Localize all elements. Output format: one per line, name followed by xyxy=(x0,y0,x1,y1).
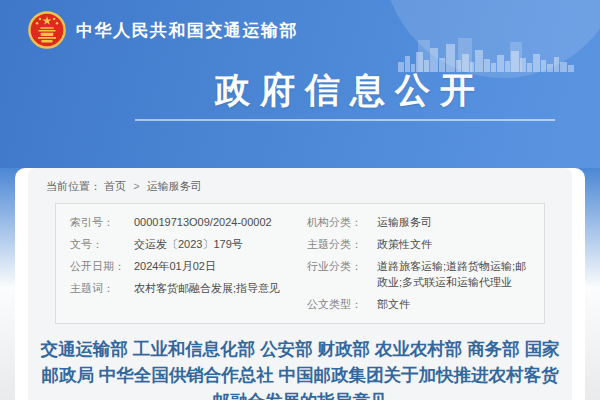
field-label: 主题词： xyxy=(70,281,134,297)
national-emblem-icon xyxy=(28,11,66,49)
city-skyline-graphic xyxy=(398,38,578,72)
metadata-left-column: 索引号： 000019713O09/2024-00002 文号： 交运发〔202… xyxy=(56,212,293,316)
field-label: 索引号： xyxy=(70,215,134,231)
banner-underline xyxy=(135,119,555,121)
breadcrumb-home-link[interactable]: 首页 xyxy=(104,180,126,192)
metadata-row-doc-type: 公文类型： 部文件 xyxy=(293,294,544,316)
metadata-row-topic-category: 主题分类： 政策性文件 xyxy=(293,234,544,256)
field-label: 主题分类： xyxy=(307,237,377,253)
field-value: 000019713O09/2024-00002 xyxy=(134,215,293,231)
field-value: 交运发〔2023〕179号 xyxy=(134,237,293,253)
field-label: 文号： xyxy=(70,237,134,253)
field-value: 政策性文件 xyxy=(377,237,544,253)
field-value: 部文件 xyxy=(377,297,544,313)
content-sheet: 当前位置： 首页 > 运输服务司 索引号： 000019713O09/2024-… xyxy=(15,168,585,400)
metadata-right-column: 机构分类： 运输服务司 主题分类： 政策性文件 行业分类： 道路旅客运输;道路货… xyxy=(293,212,544,316)
metadata-row-doc-number: 文号： 交运发〔2023〕179号 xyxy=(56,234,293,256)
article-title: 交通运输部 工业和信息化部 公安部 财政部 农业农村部 商务部 国家邮政局 中华… xyxy=(38,336,562,400)
metadata-row-index-number: 索引号： 000019713O09/2024-00002 xyxy=(56,212,293,234)
top-banner: 中华人民共和国交通运输部 政府信息公开 xyxy=(0,0,600,168)
content-panel: 当前位置： 首页 > 运输服务司 索引号： 000019713O09/2024-… xyxy=(28,168,572,400)
field-label: 公文类型： xyxy=(307,297,377,313)
metadata-row-industry-category: 行业分类： 道路旅客运输;道路货物运输;邮政业;多式联运和运输代理业 xyxy=(293,256,544,294)
metadata-row-keywords: 主题词： 农村客货邮融合发展;指导意见 xyxy=(56,278,293,300)
field-label: 行业分类： xyxy=(307,259,377,291)
breadcrumb-separator: > xyxy=(133,180,139,192)
metadata-row-agency-category: 机构分类： 运输服务司 xyxy=(293,212,544,234)
field-value: 运输服务司 xyxy=(377,215,544,231)
document-metadata-table: 索引号： 000019713O09/2024-00002 文号： 交运发〔202… xyxy=(55,203,545,324)
field-value: 道路旅客运输;道路货物运输;邮政业;多式联运和运输代理业 xyxy=(377,259,544,291)
breadcrumb: 当前位置： 首页 > 运输服务司 xyxy=(28,168,572,203)
field-value: 农村客货邮融合发展;指导意见 xyxy=(134,281,293,297)
banner-title-block: 政府信息公开 xyxy=(135,70,555,121)
breadcrumb-prefix: 当前位置： xyxy=(46,180,101,192)
breadcrumb-current-link[interactable]: 运输服务司 xyxy=(147,180,202,192)
metadata-row-publish-date: 公开日期： 2024年01月02日 xyxy=(56,256,293,278)
field-value: 2024年01月02日 xyxy=(134,259,293,275)
field-label: 公开日期： xyxy=(70,259,134,275)
site-title: 中华人民共和国交通运输部 xyxy=(76,19,298,42)
page-title: 政府信息公开 xyxy=(135,70,555,110)
site-header: 中华人民共和国交通运输部 xyxy=(28,11,298,49)
field-label: 机构分类： xyxy=(307,215,377,231)
